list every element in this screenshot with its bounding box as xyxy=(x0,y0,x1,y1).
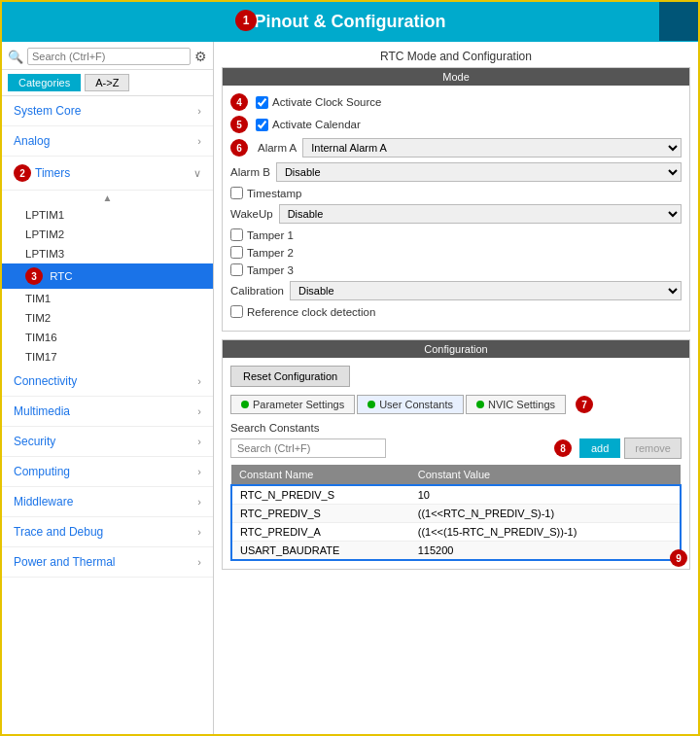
subitem-lptim2[interactable]: LPTIM2 xyxy=(2,225,213,244)
badge-9: 9 xyxy=(670,549,687,567)
sidebar-item-middleware[interactable]: Middleware › xyxy=(2,487,213,517)
main-content: RTC Mode and Configuration Mode 4 Activa… xyxy=(214,42,698,734)
alarm-b-select[interactable]: Disable xyxy=(276,162,682,182)
wakeup-select[interactable]: Disable xyxy=(279,204,682,224)
timers-row: 2 Timers xyxy=(14,164,70,182)
tab-user-constants[interactable]: User Constants xyxy=(357,395,464,414)
sidebar-item-security[interactable]: Security › xyxy=(2,427,213,457)
tamper2-checkbox[interactable] xyxy=(230,246,243,259)
table-row: RTC_PREDIV_A ((1<<(15-RTC_N_PREDIV_S))-1… xyxy=(231,523,681,542)
timestamp-label: Timestamp xyxy=(247,188,301,199)
badge-6: 6 xyxy=(230,139,248,157)
sidebar-item-trace-debug[interactable]: Trace and Debug › xyxy=(2,517,213,547)
sidebar-item-label: Power and Thermal xyxy=(14,555,116,569)
tab-nvic-settings[interactable]: NVIC Settings xyxy=(466,395,566,414)
activate-calendar-checkbox[interactable] xyxy=(256,119,268,131)
sidebar-item-analog[interactable]: Analog › xyxy=(2,126,213,157)
cell-name: RTC_N_PREDIV_S xyxy=(231,485,410,505)
col-constant-name: Constant Name xyxy=(231,465,410,485)
reset-configuration-button[interactable]: Reset Configuration xyxy=(230,366,350,387)
chevron-right-icon: › xyxy=(197,466,201,477)
col-constant-value: Constant Value xyxy=(410,465,681,485)
activate-calendar-label: Activate Calendar xyxy=(272,119,361,130)
wakeup-row: WakeUp Disable xyxy=(230,204,682,224)
config-tabs: Parameter Settings User Constants NVIC S… xyxy=(230,395,682,414)
sidebar-item-computing[interactable]: Computing › xyxy=(2,457,213,487)
refclock-row: Reference clock detection xyxy=(230,305,682,318)
badge-2: 2 xyxy=(14,164,31,182)
alarm-a-row: 6 Alarm A Internal Alarm A xyxy=(230,138,682,158)
table-row: USART_BAUDRATE 115200 xyxy=(231,542,681,561)
subitem-tim1[interactable]: TIM1 xyxy=(2,289,213,308)
subitem-lptim1[interactable]: LPTIM1 xyxy=(2,205,213,225)
subitem-lptim3[interactable]: LPTIM3 xyxy=(2,244,213,263)
badge-8: 8 xyxy=(554,439,572,457)
remove-button[interactable]: remove xyxy=(624,438,682,459)
alarm-b-row: Alarm B Disable xyxy=(230,162,682,182)
search-input[interactable] xyxy=(27,48,191,65)
mode-box-body: 4 Activate Clock Source 5 Activate Calen… xyxy=(223,86,689,331)
chevron-down-icon: ∨ xyxy=(193,167,201,180)
chevron-right-icon: › xyxy=(197,436,201,447)
timestamp-checkbox[interactable] xyxy=(230,187,243,199)
activate-clock-checkbox[interactable] xyxy=(256,96,268,109)
activate-clock-row: 4 Activate Clock Source xyxy=(230,93,682,111)
header-title: Pinout & Configuration xyxy=(255,12,446,31)
sidebar-item-label: Analog xyxy=(14,134,50,148)
calibration-row: Calibration Disable xyxy=(230,281,682,300)
rtc-section-title: RTC Mode and Configuration xyxy=(222,50,690,63)
subitem-tim17[interactable]: TIM17 xyxy=(2,347,213,367)
sidebar-item-system-core[interactable]: System Core › xyxy=(2,96,213,126)
tamper3-checkbox[interactable] xyxy=(230,263,243,276)
timestamp-row: Timestamp xyxy=(230,187,682,199)
tab-nvic-label: NVIC Settings xyxy=(488,399,555,410)
add-remove-wrap: 8 add remove xyxy=(554,438,682,459)
sidebar: 🔍 ⚙ Categories A->Z System Core › Analog… xyxy=(2,42,214,734)
alarm-a-select[interactable]: Internal Alarm A xyxy=(302,138,682,158)
search-icon: 🔍 xyxy=(8,50,23,64)
dot-icon xyxy=(476,401,484,408)
cell-value: ((1<<(15-RTC_N_PREDIV_S))-1) xyxy=(410,523,681,542)
chevron-right-icon: › xyxy=(197,405,201,417)
tamper1-checkbox[interactable] xyxy=(230,228,243,241)
chevron-right-icon: › xyxy=(197,375,201,387)
tab-categories[interactable]: Categories xyxy=(8,74,81,91)
sidebar-item-connectivity[interactable]: Connectivity › xyxy=(2,367,213,397)
chevron-right-icon: › xyxy=(197,526,201,538)
alarm-b-label: Alarm B xyxy=(230,166,270,178)
tab-az[interactable]: A->Z xyxy=(85,74,129,91)
tab-user-constants-label: User Constants xyxy=(379,399,453,410)
search-constants-input[interactable] xyxy=(230,438,386,458)
subitem-tim2[interactable]: TIM2 xyxy=(2,308,213,328)
tamper1-row: Tamper 1 xyxy=(230,228,682,241)
sidebar-item-label: Security xyxy=(14,435,55,448)
search-constants-label: Search Constants xyxy=(230,422,682,434)
search-constants-row: 8 add remove xyxy=(230,438,682,459)
dot-icon xyxy=(368,401,375,408)
gear-icon[interactable]: ⚙ xyxy=(194,49,207,64)
table-row: RTC_PREDIV_S ((1<<RTC_N_PREDIV_S)-1) xyxy=(231,505,681,523)
sidebar-item-timers[interactable]: 2 Timers ∨ xyxy=(2,157,213,191)
dot-icon xyxy=(241,401,249,408)
wakeup-label: WakeUp xyxy=(230,208,273,220)
sidebar-item-label: System Core xyxy=(14,104,81,118)
header-corner xyxy=(659,2,698,41)
body: 🔍 ⚙ Categories A->Z System Core › Analog… xyxy=(2,42,698,734)
subitem-rtc-label: RTC xyxy=(50,270,72,282)
badge-5: 5 xyxy=(230,116,248,133)
cell-value: 10 xyxy=(410,485,681,505)
subitem-rtc[interactable]: 3 RTC xyxy=(2,263,213,289)
tamper3-label: Tamper 3 xyxy=(247,264,294,276)
add-button[interactable]: add xyxy=(579,438,620,458)
sidebar-item-multimedia[interactable]: Multimedia › xyxy=(2,397,213,427)
refclock-checkbox[interactable] xyxy=(230,305,243,318)
calibration-select[interactable]: Disable xyxy=(290,281,682,300)
chevron-right-icon: › xyxy=(197,135,201,147)
tab-parameter-settings[interactable]: Parameter Settings xyxy=(230,395,355,414)
subitem-tim16[interactable]: TIM16 xyxy=(2,328,213,347)
calibration-label: Calibration xyxy=(230,285,284,297)
tab-parameter-label: Parameter Settings xyxy=(253,399,344,410)
badge-3: 3 xyxy=(25,267,43,285)
chevron-right-icon: › xyxy=(197,556,201,568)
sidebar-item-power-thermal[interactable]: Power and Thermal › xyxy=(2,547,213,578)
